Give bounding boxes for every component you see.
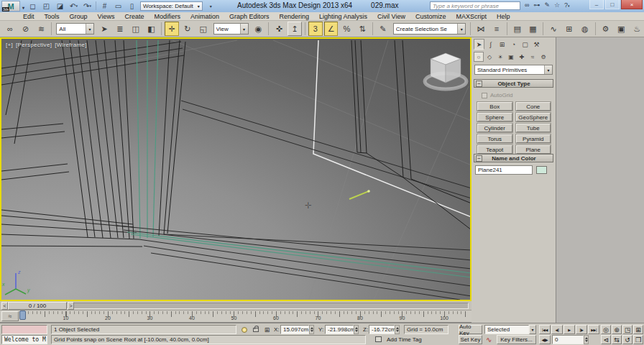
help-icon[interactable]: ?▾ — [564, 1, 570, 9]
z-coordinate-field[interactable]: -16.72cm — [369, 325, 395, 334]
unlink-selection-button[interactable]: ⊘ — [19, 22, 33, 36]
go-to-start-button[interactable]: |◀◀ — [539, 325, 551, 334]
curve-editor-button[interactable]: ∿ — [546, 22, 561, 36]
subtab-space-warps[interactable]: ≈ — [528, 52, 538, 62]
key-filters-button[interactable]: Key Filters... — [497, 335, 536, 344]
tab-motion[interactable]: ◔ — [508, 39, 519, 50]
go-to-end-button[interactable]: ▶▶| — [588, 325, 599, 334]
absolute-mode-transform-icon[interactable]: ⊞ — [262, 325, 272, 334]
zoom-all-button[interactable]: ⊛ — [612, 325, 622, 334]
search-binoculars-icon[interactable]: ∞ — [525, 1, 529, 9]
autogrid-checkbox[interactable] — [482, 93, 487, 98]
undo-button[interactable]: ↶▾ — [68, 1, 79, 11]
primitive-category-dropdown[interactable]: Standard Primitives ▾ — [474, 65, 553, 75]
orbit-button[interactable]: ↺ — [622, 335, 632, 344]
tab-modify[interactable]: ∫ — [485, 39, 496, 50]
geosphere-button[interactable]: GeoSphere — [516, 113, 551, 121]
select-and-scale-button[interactable]: ◱ — [196, 22, 211, 36]
favorites-star-icon[interactable]: ☆ — [554, 1, 560, 9]
set-key-curve-icon[interactable]: ∿ — [486, 336, 492, 344]
tab-hierarchy[interactable]: ⊞ — [497, 39, 507, 50]
tube-button[interactable]: Tube — [516, 124, 551, 132]
maxscript-listener-white[interactable]: Welcome to M — [1, 335, 47, 344]
maximize-viewport-toggle[interactable]: ❒ — [633, 335, 643, 344]
subtab-helpers[interactable]: ✚ — [517, 52, 527, 62]
zoom-extents-all-button[interactable]: ⊞ — [633, 325, 643, 334]
viewport-menu-shading[interactable]: [Wireframe] — [55, 42, 87, 48]
mirror-button[interactable]: ⋈ — [474, 22, 488, 36]
viewport-menu-plus[interactable]: [+] — [6, 42, 13, 48]
subtab-geometry[interactable]: ○ — [474, 52, 484, 62]
menu-item[interactable]: Civil View — [377, 13, 405, 20]
pan-button[interactable]: ⇆ — [612, 335, 622, 344]
close-button[interactable]: × — [621, 0, 643, 9]
menu-item[interactable]: Rendering — [280, 13, 310, 20]
pyramid-button[interactable]: Pyramid — [516, 134, 551, 143]
track-bar-ruler[interactable]: 0102030405060708090100 — [20, 310, 469, 323]
render-setup-button[interactable]: ⚙ — [599, 22, 613, 36]
y-coordinate-field[interactable]: -21.998cm — [325, 325, 354, 334]
select-and-link-button[interactable]: ∞ — [3, 22, 17, 36]
time-slider-handle[interactable]: 0 / 100 — [8, 302, 67, 310]
cylinder-button[interactable]: Cylinder — [477, 124, 512, 132]
layer-manager-button[interactable]: ▤ — [510, 22, 525, 36]
render-production-button[interactable]: ♨ — [630, 22, 644, 36]
x-spinner[interactable] — [309, 325, 314, 334]
subtab-shapes[interactable]: ◇ — [484, 52, 494, 62]
tab-utilities[interactable]: ⚒ — [531, 39, 542, 50]
plane-button[interactable]: Plane — [516, 145, 551, 154]
minimize-button[interactable]: – — [589, 0, 604, 9]
keyboard-shortcut-override-toggle[interactable]: ↥ — [288, 22, 302, 36]
edit-named-selection-sets-button[interactable]: ✎ — [376, 22, 390, 36]
z-spinner[interactable] — [395, 325, 400, 334]
new-scene-button[interactable]: ◻ — [27, 1, 38, 11]
object-color-swatch[interactable] — [536, 166, 547, 174]
application-menu-button[interactable]: M 3ds ▾ — [1, 1, 20, 12]
maxscript-listener-pink[interactable] — [1, 325, 47, 334]
selection-set-dropdown[interactable]: Selected — [484, 325, 529, 334]
workspace-menu-button[interactable]: ▾ — [206, 1, 216, 11]
selection-lock-icon[interactable] — [251, 323, 260, 333]
reference-coordinate-system-dropdown[interactable]: View▾ — [213, 23, 249, 34]
percent-snap-toggle[interactable]: % — [339, 22, 354, 36]
field-of-view-button[interactable]: ⊲ — [601, 335, 611, 344]
previous-frame-button[interactable]: ◀|| — [551, 325, 563, 334]
menu-item[interactable]: Graph Editors — [229, 13, 270, 20]
current-frame-field[interactable]: 0 — [552, 335, 584, 344]
spinner-snap-toggle[interactable]: ⇅ — [355, 22, 369, 36]
object-type-rollout-header[interactable]: − Object Type — [474, 79, 553, 88]
add-time-tag-label[interactable]: Add Time Tag — [387, 336, 422, 343]
next-frame-button[interactable]: ||▶ — [576, 325, 587, 334]
select-and-rotate-button[interactable]: ↻ — [180, 22, 195, 36]
menu-item[interactable]: Lighting Analysis — [319, 13, 367, 20]
key-mode-toggle[interactable]: ◀▶ — [539, 335, 551, 344]
menu-item[interactable]: MAXScript — [456, 13, 487, 20]
select-and-manipulate-button[interactable]: ✜ — [272, 22, 286, 36]
torus-button[interactable]: Torus — [477, 134, 512, 143]
subtab-cameras[interactable]: ▣ — [506, 52, 516, 62]
layout-button[interactable]: ▭ — [113, 1, 124, 11]
rendered-frame-window-button[interactable]: ▣ — [614, 22, 628, 36]
menu-item[interactable]: Modifiers — [154, 13, 180, 20]
material-editor-button[interactable]: ◍ — [578, 22, 592, 36]
selection-set-dropdown-arrow[interactable]: ▾ — [529, 325, 536, 334]
menu-item[interactable]: Help — [497, 13, 510, 20]
named-selection-sets-dropdown[interactable]: Create Selection Se▾ — [393, 23, 466, 34]
redo-button[interactable]: ↷▾ — [82, 1, 93, 11]
mini-curve-editor-button[interactable]: ≈ — [1, 311, 19, 321]
schematic-view-button[interactable]: ⊞ — [562, 22, 576, 36]
menu-item[interactable]: Tools — [45, 13, 60, 20]
zoom-extents-button[interactable]: ◳ — [622, 325, 632, 334]
subtab-lights[interactable]: ☀ — [495, 52, 505, 62]
menu-item[interactable]: Edit — [23, 13, 34, 20]
cone-button[interactable]: Cone — [516, 102, 551, 111]
menu-item[interactable]: Animation — [190, 13, 219, 20]
previous-frame-arrow[interactable]: < — [1, 302, 8, 310]
select-object-button[interactable]: ➤ — [97, 22, 111, 36]
maximize-button[interactable]: □ — [605, 0, 620, 9]
set-key-button[interactable]: Set Key — [459, 335, 482, 344]
select-and-move-button[interactable]: ✛ — [165, 22, 179, 36]
viewport-menu-view[interactable]: [Perspective] — [16, 42, 52, 48]
subtab-systems[interactable]: ⚙ — [538, 52, 548, 62]
menu-item[interactable]: Customize — [415, 13, 446, 20]
